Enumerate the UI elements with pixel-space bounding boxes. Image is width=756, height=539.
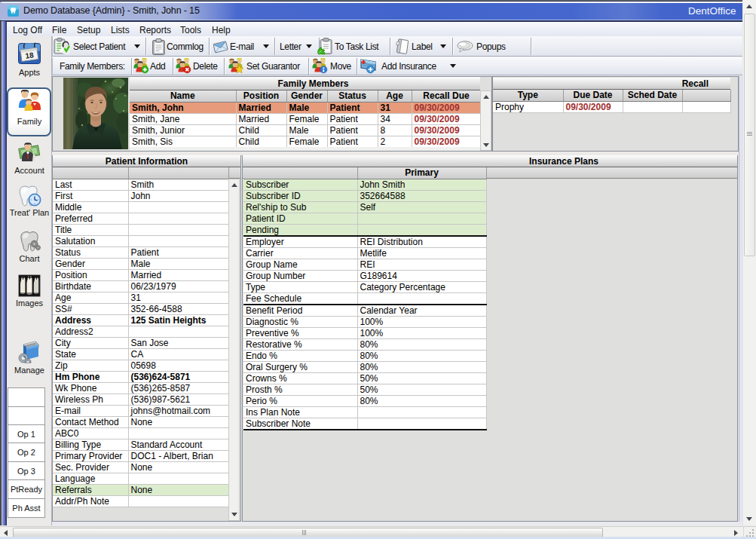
- svg-text:18: 18: [25, 51, 35, 60]
